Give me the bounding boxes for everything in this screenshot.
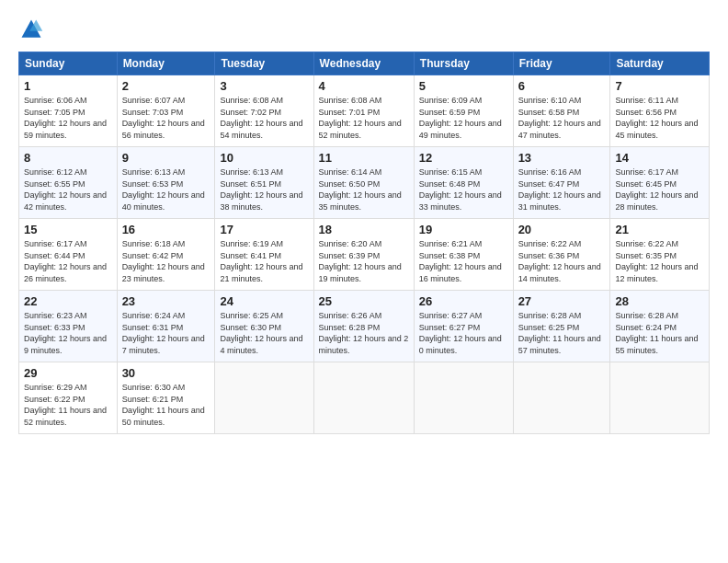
day-cell-11: 11Sunrise: 6:14 AMSunset: 6:50 PMDayligh… (313, 147, 414, 219)
day-number: 15 (24, 223, 112, 236)
day-number: 14 (615, 151, 704, 165)
day-info: Sunrise: 6:26 AMSunset: 6:28 PMDaylight:… (319, 311, 409, 355)
day-number: 11 (319, 151, 409, 165)
day-number: 2 (122, 79, 210, 93)
day-number: 7 (615, 79, 704, 93)
day-number: 25 (319, 294, 409, 308)
calendar-page: Sunday Monday Tuesday Wednesday Thursday… (0, 0, 728, 563)
day-number: 22 (24, 294, 112, 308)
day-cell-12: 12Sunrise: 6:15 AMSunset: 6:48 PMDayligh… (414, 147, 513, 219)
day-cell-27: 27Sunrise: 6:28 AMSunset: 6:25 PMDayligh… (513, 291, 610, 362)
day-number: 30 (122, 366, 210, 380)
day-info: Sunrise: 6:23 AMSunset: 6:33 PMDaylight:… (24, 311, 107, 355)
empty-cell (414, 362, 513, 434)
day-number: 10 (220, 151, 308, 165)
day-info: Sunrise: 6:20 AMSunset: 6:39 PMDaylight:… (319, 239, 402, 283)
day-info: Sunrise: 6:17 AMSunset: 6:45 PMDaylight:… (615, 167, 698, 212)
day-number: 28 (615, 294, 704, 308)
day-cell-24: 24Sunrise: 6:25 AMSunset: 6:30 PMDayligh… (215, 291, 313, 362)
day-info: Sunrise: 6:21 AMSunset: 6:38 PMDaylight:… (419, 239, 502, 283)
day-cell-17: 17Sunrise: 6:19 AMSunset: 6:41 PMDayligh… (215, 219, 313, 291)
day-info: Sunrise: 6:28 AMSunset: 6:24 PMDaylight:… (615, 311, 698, 355)
logo (18, 17, 48, 42)
day-number: 26 (419, 294, 508, 308)
calendar-week-5: 29Sunrise: 6:29 AMSunset: 6:22 PMDayligh… (19, 362, 710, 434)
day-cell-2: 2Sunrise: 6:07 AMSunset: 7:03 PMDaylight… (117, 75, 215, 147)
col-sunday: Sunday (19, 52, 118, 75)
day-info: Sunrise: 6:15 AMSunset: 6:48 PMDaylight:… (419, 167, 502, 212)
day-info: Sunrise: 6:17 AMSunset: 6:44 PMDaylight:… (24, 239, 107, 283)
day-number: 6 (518, 79, 606, 93)
day-info: Sunrise: 6:22 AMSunset: 6:36 PMDaylight:… (518, 239, 601, 283)
day-number: 12 (419, 151, 508, 165)
day-info: Sunrise: 6:08 AMSunset: 7:02 PMDaylight:… (220, 96, 302, 140)
day-info: Sunrise: 6:27 AMSunset: 6:27 PMDaylight:… (419, 311, 502, 355)
day-cell-28: 28Sunrise: 6:28 AMSunset: 6:24 PMDayligh… (610, 291, 710, 362)
day-number: 21 (615, 223, 704, 236)
col-monday: Monday (117, 52, 215, 75)
day-cell-10: 10Sunrise: 6:13 AMSunset: 6:51 PMDayligh… (215, 147, 313, 219)
day-cell-22: 22Sunrise: 6:23 AMSunset: 6:33 PMDayligh… (19, 291, 118, 362)
day-number: 8 (24, 151, 112, 165)
day-info: Sunrise: 6:14 AMSunset: 6:50 PMDaylight:… (319, 167, 402, 212)
day-number: 1 (24, 79, 112, 93)
day-info: Sunrise: 6:30 AMSunset: 6:21 PMDaylight:… (122, 383, 205, 427)
day-info: Sunrise: 6:16 AMSunset: 6:47 PMDaylight:… (518, 167, 601, 212)
calendar-week-2: 8Sunrise: 6:12 AMSunset: 6:55 PMDaylight… (19, 147, 710, 219)
day-info: Sunrise: 6:09 AMSunset: 6:59 PMDaylight:… (419, 96, 502, 140)
empty-cell (513, 362, 610, 434)
day-cell-3: 3Sunrise: 6:08 AMSunset: 7:02 PMDaylight… (215, 75, 313, 147)
day-info: Sunrise: 6:18 AMSunset: 6:42 PMDaylight:… (122, 239, 205, 283)
day-cell-16: 16Sunrise: 6:18 AMSunset: 6:42 PMDayligh… (117, 219, 215, 291)
day-number: 23 (122, 294, 210, 308)
col-saturday: Saturday (610, 52, 710, 75)
day-cell-14: 14Sunrise: 6:17 AMSunset: 6:45 PMDayligh… (610, 147, 710, 219)
day-number: 13 (518, 151, 606, 165)
day-cell-8: 8Sunrise: 6:12 AMSunset: 6:55 PMDaylight… (19, 147, 118, 219)
day-cell-1: 1Sunrise: 6:06 AMSunset: 7:05 PMDaylight… (19, 75, 118, 147)
day-cell-6: 6Sunrise: 6:10 AMSunset: 6:58 PMDaylight… (513, 75, 610, 147)
day-info: Sunrise: 6:29 AMSunset: 6:22 PMDaylight:… (24, 383, 107, 427)
day-cell-21: 21Sunrise: 6:22 AMSunset: 6:35 PMDayligh… (610, 219, 710, 291)
day-cell-29: 29Sunrise: 6:29 AMSunset: 6:22 PMDayligh… (19, 362, 118, 434)
day-info: Sunrise: 6:22 AMSunset: 6:35 PMDaylight:… (615, 239, 698, 283)
day-info: Sunrise: 6:24 AMSunset: 6:31 PMDaylight:… (122, 311, 205, 355)
day-cell-30: 30Sunrise: 6:30 AMSunset: 6:21 PMDayligh… (117, 362, 215, 434)
day-number: 27 (518, 294, 606, 308)
col-friday: Friday (513, 52, 610, 75)
empty-cell (215, 362, 313, 434)
day-number: 5 (419, 79, 508, 93)
col-tuesday: Tuesday (215, 52, 313, 75)
day-cell-7: 7Sunrise: 6:11 AMSunset: 6:56 PMDaylight… (610, 75, 710, 147)
day-cell-18: 18Sunrise: 6:20 AMSunset: 6:39 PMDayligh… (313, 219, 414, 291)
day-info: Sunrise: 6:13 AMSunset: 6:51 PMDaylight:… (220, 167, 302, 212)
day-cell-13: 13Sunrise: 6:16 AMSunset: 6:47 PMDayligh… (513, 147, 610, 219)
day-cell-9: 9Sunrise: 6:13 AMSunset: 6:53 PMDaylight… (117, 147, 215, 219)
header (18, 17, 710, 42)
empty-cell (313, 362, 414, 434)
day-cell-25: 25Sunrise: 6:26 AMSunset: 6:28 PMDayligh… (313, 291, 414, 362)
calendar-week-3: 15Sunrise: 6:17 AMSunset: 6:44 PMDayligh… (19, 219, 710, 291)
calendar-table: Sunday Monday Tuesday Wednesday Thursday… (18, 52, 710, 434)
day-number: 29 (24, 366, 112, 380)
empty-cell (610, 362, 710, 434)
col-wednesday: Wednesday (313, 52, 414, 75)
day-cell-4: 4Sunrise: 6:08 AMSunset: 7:01 PMDaylight… (313, 75, 414, 147)
day-info: Sunrise: 6:06 AMSunset: 7:05 PMDaylight:… (24, 96, 107, 140)
day-info: Sunrise: 6:12 AMSunset: 6:55 PMDaylight:… (24, 167, 107, 212)
day-info: Sunrise: 6:13 AMSunset: 6:53 PMDaylight:… (122, 167, 205, 212)
day-number: 19 (419, 223, 508, 236)
day-cell-15: 15Sunrise: 6:17 AMSunset: 6:44 PMDayligh… (19, 219, 118, 291)
day-info: Sunrise: 6:25 AMSunset: 6:30 PMDaylight:… (220, 311, 302, 355)
day-number: 18 (319, 223, 409, 236)
day-number: 3 (220, 79, 308, 93)
day-info: Sunrise: 6:19 AMSunset: 6:41 PMDaylight:… (220, 239, 302, 283)
day-cell-20: 20Sunrise: 6:22 AMSunset: 6:36 PMDayligh… (513, 219, 610, 291)
day-number: 20 (518, 223, 606, 236)
day-cell-23: 23Sunrise: 6:24 AMSunset: 6:31 PMDayligh… (117, 291, 215, 362)
calendar-week-1: 1Sunrise: 6:06 AMSunset: 7:05 PMDaylight… (19, 75, 710, 147)
day-info: Sunrise: 6:11 AMSunset: 6:56 PMDaylight:… (615, 96, 698, 140)
day-info: Sunrise: 6:28 AMSunset: 6:25 PMDaylight:… (518, 311, 601, 355)
day-info: Sunrise: 6:08 AMSunset: 7:01 PMDaylight:… (319, 96, 402, 140)
logo-icon (18, 17, 44, 42)
